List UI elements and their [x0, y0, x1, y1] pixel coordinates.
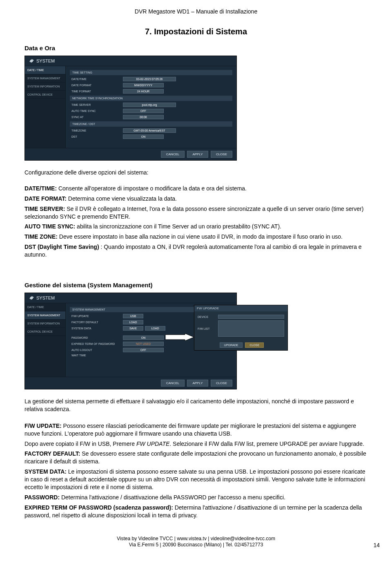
footer-line-1: Vistea by Videoline TVCC | www.vistea.tv…	[24, 536, 368, 542]
row-timezone: TIMEZONEGMT-05:00 America/EST	[70, 127, 232, 134]
label-timeserver: TIME SERVER	[70, 103, 123, 106]
section-time-setting: TIME SETTING	[70, 70, 232, 75]
field-systemdata-save[interactable]: SAVE	[123, 326, 143, 331]
label-autologout: AUTO LOGOUT	[70, 349, 123, 351]
text-fwupdate: Possono essere rilasciati periodicamente…	[24, 423, 356, 437]
field-password[interactable]: ON	[123, 335, 164, 340]
field-dst[interactable]: ON	[123, 134, 164, 139]
close-button[interactable]: CLOSE	[211, 380, 232, 387]
page-number: 14	[373, 542, 380, 548]
sidebar-item-ctrldev[interactable]: CONTROL DEVICE	[25, 91, 65, 99]
label-timezone: TIMEZONE	[70, 129, 123, 132]
figure-date-time: SYSTEM DATE / TIME SYSTEM MANAGEMENT SYS…	[24, 56, 368, 161]
bold-systemdata: SYSTEM DATA:	[24, 468, 67, 475]
bold-password: PASSWORD:	[24, 494, 60, 501]
bold-timezone: TIME ZONE:	[24, 233, 58, 240]
apply-button[interactable]: APPLY	[187, 380, 208, 387]
close-button[interactable]: CLOSE	[211, 151, 232, 158]
dvr-title: SYSTEM	[36, 58, 55, 63]
dvr-sidebar-2: DATE / TIME SYSTEM MANAGEMENT SYSTEM INF…	[25, 303, 66, 377]
cancel-button[interactable]: CANCEL	[161, 380, 185, 387]
text-autosync: abilita la sincronizzazione con il Time …	[75, 223, 281, 230]
bold-factorydefault: FACTORY DEFAULT:	[24, 450, 80, 457]
cancel-button[interactable]: CANCEL	[161, 151, 185, 158]
popup-label-fwlist: F/W LIST	[198, 327, 218, 330]
label-autosync: AUTO TIME SYNC	[70, 110, 123, 112]
field-autosync[interactable]: OFF	[123, 109, 164, 113]
intro-text-2: La gestione del sistema permette di effe…	[24, 398, 368, 413]
bold-dateformat: DATE FORMAT:	[24, 195, 67, 202]
dvr-footer: CANCEL APPLY CLOSE	[25, 148, 236, 160]
text-dateformat: Determina come viene visualizzata la dat…	[67, 195, 177, 202]
row-syncat: SYNC AT00:00	[70, 114, 232, 120]
page-footer: Vistea by Videoline TVCC | www.vistea.tv…	[24, 536, 368, 548]
label-syncat: SYNC AT	[70, 116, 123, 119]
text-fwupdate-b: . Selezionare il F/W dalla F/W list, pre…	[169, 441, 364, 447]
para-password: PASSWORD: Determina l'attivazione / disa…	[24, 494, 368, 501]
row-timeserver: TIME SERVERpool.ntp.org	[70, 102, 232, 108]
label-expired: EXPIRED TERM OF PASSWORD	[70, 342, 123, 345]
label-password: PASSWORD	[70, 336, 123, 339]
field-fwupdate[interactable]: USB	[123, 314, 143, 318]
popup-label-device: DEVICE	[198, 315, 218, 318]
popup-row-device: DEVICE	[198, 314, 284, 320]
popup-row-fwlist: F/W LIST	[198, 320, 284, 338]
field-syncat[interactable]: 00:00	[123, 115, 164, 119]
field-datetime[interactable]: 03-02-2015 07:05:26	[123, 77, 176, 81]
gear-icon	[29, 58, 34, 63]
field-factorydefault[interactable]: LOAD	[123, 320, 143, 324]
bold-datetime: DATE/TIME:	[24, 185, 57, 192]
label-dateformat: DATE FORMAT	[70, 84, 123, 87]
dvr-title-2: SYSTEM	[36, 295, 55, 300]
apply-button[interactable]: APPLY	[187, 151, 208, 158]
bold-autosync: AUTO TIME SYNC:	[24, 223, 75, 230]
sidebar-item-sysmgmt[interactable]: SYSTEM MANAGEMENT	[25, 311, 65, 320]
dvr-footer-2: CANCEL APPLY CLOSE	[25, 377, 236, 389]
sidebar-item-datetime[interactable]: DATE / TIME	[25, 66, 65, 74]
para-dateformat: DATE FORMAT: Determina come viene visual…	[24, 195, 368, 203]
para-timezone: TIME ZONE: Deve essere impostato in base…	[24, 233, 368, 241]
field-autologout[interactable]: OFF	[123, 348, 164, 352]
para-dst: DST (Daylight Time Saving) : Quando impo…	[24, 243, 368, 259]
footer-line-2: Via E.Fermi 5 | 20090 Buccinasco (Milano…	[24, 542, 368, 548]
subsection-data-ora: Data e Ora	[24, 45, 368, 51]
row-timeformat: TIME FORMAT24 HOUR	[70, 88, 232, 94]
sidebar-item-sysinfo[interactable]: SYSTEM INFORMATION	[25, 320, 65, 328]
popup-close-button[interactable]: CLOSE	[245, 342, 264, 348]
subsection-system-management: Gestione del sistema (System Management)	[24, 282, 368, 288]
popup-title: FW UPGRADE	[194, 305, 287, 311]
popup-field-fwlist[interactable]	[218, 320, 284, 337]
section-nts: NETWORK TIME SYNCHRONIZATION	[70, 96, 232, 101]
sidebar-item-sysmgmt[interactable]: SYSTEM MANAGEMENT	[25, 74, 65, 83]
dvr-main: TIME SETTING DATE/TIME03-02-2015 07:05:2…	[66, 66, 236, 148]
popup-field-device[interactable]	[218, 315, 284, 319]
para-timeserver: TIME SERVER: Se il DVR è collegato a Int…	[24, 205, 368, 221]
label-datetime: DATE/TIME	[70, 78, 123, 81]
field-timeformat[interactable]: 24 HOUR	[123, 89, 164, 94]
para-expired: EXPIRED TERM OF PASSWORD (scadenza passw…	[24, 504, 368, 519]
field-dateformat[interactable]: MM/DD/YYYY	[123, 83, 164, 87]
sidebar-item-ctrldev[interactable]: CONTROL DEVICE	[25, 328, 65, 336]
para-fwupdate: F/W UPDATE: Possono essere rilasciati pe…	[24, 422, 368, 438]
dvr-titlebar-2: SYSTEM	[25, 293, 236, 303]
label-dst: DST	[70, 135, 123, 138]
label-timeformat: TIME FORMAT	[70, 90, 123, 93]
field-timeserver[interactable]: pool.ntp.org	[123, 103, 176, 107]
dvr-titlebar: SYSTEM	[25, 56, 236, 66]
text-fwupdate-a: Dopo avere copiato il F/W in USB, Premer…	[24, 441, 136, 447]
bold-expired: EXPIRED TERM OF PASSWORD (scadenza passw…	[24, 504, 173, 511]
field-timezone[interactable]: GMT-05:00 America/EST	[123, 128, 176, 133]
row-autosync: AUTO TIME SYNCOFF	[70, 108, 232, 114]
field-systemdata-load[interactable]: LOAD	[145, 326, 165, 331]
text-password: Determina l'attivazione / disattivazione…	[60, 494, 285, 501]
sidebar-item-sysinfo[interactable]: SYSTEM INFORMATION	[25, 83, 65, 91]
fw-upgrade-popup: FW UPGRADE DEVICE F/W LIST UPGRADE CLOSE	[194, 305, 288, 351]
para-datetime: DATE/TIME: Consente all'operatore di imp…	[24, 185, 368, 192]
para-systemdata: SYSTEM DATA: Le impostazioni di sistema …	[24, 468, 368, 491]
text-timezone: Deve essere impostato in base alla nazio…	[58, 233, 343, 240]
gear-icon	[29, 295, 34, 300]
field-expired[interactable]: NOT USED	[123, 342, 164, 346]
sidebar-item-datetime[interactable]: DATE / TIME	[25, 303, 65, 311]
upgrade-button[interactable]: UPGRADE	[220, 342, 243, 348]
bold-fwupdate: F/W UPDATE:	[24, 423, 62, 429]
